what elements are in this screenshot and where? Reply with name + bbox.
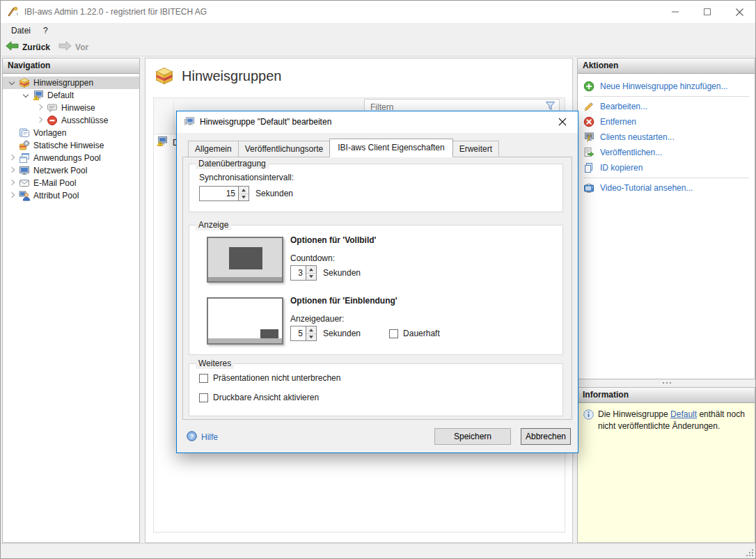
- countdown-value[interactable]: 3: [291, 266, 306, 280]
- nav-item-attribut-pool[interactable]: Attribut Pool: [3, 189, 139, 202]
- chevron-expanded-icon[interactable]: [21, 90, 32, 101]
- action-bearbeiten[interactable]: Bearbeiten...: [578, 99, 755, 114]
- help-link[interactable]: ? Hilfe: [187, 431, 218, 443]
- vollbild-content-rect: [229, 247, 262, 269]
- countdown-label: Countdown:: [290, 253, 335, 263]
- nav-item-hinweisgruppen[interactable]: Hinweisgruppen: [3, 77, 139, 89]
- tab-ibi-aws-client-eigenschaften[interactable]: IBI-aws Client Eigenschaften: [329, 139, 452, 157]
- dialog-title: Hinweisgruppe "Default" bearbeiten: [200, 111, 331, 133]
- panel-splitter[interactable]: [577, 379, 755, 387]
- action-video-tutorial[interactable]: Video-Tutorial ansehen...: [578, 180, 755, 196]
- chevron-collapsed-icon[interactable]: [35, 115, 46, 126]
- info-default-link[interactable]: Default: [670, 409, 697, 419]
- forward-button[interactable]: Vor: [58, 41, 88, 53]
- spin-down-icon[interactable]: [239, 194, 249, 201]
- group-datenuebertragung: Datenübertragung Synchronisationsinterva…: [189, 164, 563, 212]
- dauerhaft-checkbox[interactable]: [389, 329, 398, 338]
- information-message: Die Hinweisgruppe Default enthält noch n…: [598, 409, 749, 432]
- sync-interval-spinner: 15: [199, 186, 249, 201]
- action-id-kopieren[interactable]: ID kopieren: [578, 160, 755, 175]
- einblendung-preview-image: [207, 297, 283, 345]
- druckbare-ansicht-label: Druckbare Ansicht aktivieren: [213, 393, 319, 402]
- nav-item-statische-hinweise[interactable]: Statische Hinweise: [3, 139, 139, 152]
- edit-hinweisgruppe-dialog: Hinweisgruppe "Default" bearbeiten Allge…: [176, 111, 578, 453]
- action-new-hinweisgruppe[interactable]: Neue Hinweisgruppe hinzufügen...: [578, 79, 755, 94]
- information-header: Information: [578, 388, 755, 403]
- countdown-spinner: 3: [290, 265, 317, 281]
- information-panel: Information Die Hinweisgruppe Default en…: [577, 387, 755, 543]
- druckbare-ansicht-checkbox-row: Druckbare Ansicht aktivieren: [199, 393, 319, 402]
- back-arrow-icon: [6, 41, 19, 53]
- nav-item-vorlagen[interactable]: Vorlagen: [3, 127, 139, 139]
- praesentationen-checkbox[interactable]: [199, 374, 208, 383]
- window-title: IBI-aws Admin 1.22.0 - registriert für I…: [24, 1, 207, 23]
- save-button[interactable]: Speichern: [434, 428, 511, 445]
- praesentationen-label: Präsentationen nicht unterbrechen: [213, 373, 340, 383]
- vollbild-preview-image: [207, 237, 283, 283]
- chevron-spacer: [7, 127, 18, 139]
- actions-list: Neue Hinweisgruppe hinzufügen... Bearbei…: [578, 74, 755, 196]
- spin-down-icon[interactable]: [306, 274, 316, 281]
- help-icon: ?: [187, 431, 197, 443]
- action-label: Entfernen: [600, 117, 636, 127]
- titlebar: IBI-aws Admin 1.22.0 - registriert für I…: [1, 1, 755, 23]
- nav-item-hinweise[interactable]: Hinweise: [3, 102, 139, 114]
- chevron-expanded-icon[interactable]: [7, 77, 18, 88]
- nav-item-label: Anwendungs Pool: [33, 153, 101, 163]
- action-label: Clients neustarten...: [600, 132, 675, 142]
- network-monitor-icon: [19, 165, 30, 176]
- back-button[interactable]: Zurück: [6, 41, 50, 53]
- cancel-button[interactable]: Abbrechen: [521, 428, 571, 445]
- action-clients-neustarten[interactable]: Clients neustarten...: [578, 129, 755, 145]
- spin-up-icon[interactable]: [306, 326, 316, 334]
- chevron-collapsed-icon[interactable]: [7, 178, 18, 189]
- chevron-collapsed-icon[interactable]: [7, 152, 18, 164]
- action-veroeffentlichen[interactable]: Veröffentlichen...: [578, 145, 755, 160]
- einblendung-notification-rect: [260, 329, 278, 338]
- close-button[interactable]: [723, 1, 755, 23]
- minimize-button[interactable]: [659, 1, 691, 23]
- nav-item-anwendungs-pool[interactable]: Anwendungs Pool: [3, 152, 139, 164]
- publish-arrow-icon: [583, 147, 594, 158]
- group-anzeige: Anzeige Optionen für 'Vollbild' Countdow…: [189, 225, 563, 355]
- nav-item-label: Default: [47, 90, 74, 100]
- spin-down-icon[interactable]: [306, 334, 316, 341]
- maximize-button[interactable]: [691, 1, 723, 23]
- pencil-icon: [583, 101, 594, 112]
- nav-item-label: Hinweise: [61, 103, 95, 113]
- nav-item-label: Vorlagen: [33, 128, 66, 138]
- nav-item-email-pool[interactable]: E-Mail Pool: [3, 177, 139, 189]
- chevron-collapsed-icon[interactable]: [7, 165, 18, 176]
- anzeigedauer-value[interactable]: 5: [291, 326, 306, 340]
- tab-erweitert[interactable]: Erweitert: [452, 141, 499, 157]
- chevron-collapsed-icon[interactable]: [7, 190, 18, 201]
- spin-up-icon[interactable]: [306, 266, 316, 274]
- menu-help[interactable]: ?: [37, 23, 54, 38]
- group-datenuebertragung-label: Datenübertragung: [196, 159, 269, 169]
- menu-datei[interactable]: Datei: [5, 23, 37, 38]
- action-label: Neue Hinweisgruppe hinzufügen...: [600, 81, 727, 91]
- restart-clients-icon: [583, 132, 594, 143]
- person-icon: [19, 190, 30, 201]
- group-weiteres-label: Weiteres: [196, 359, 234, 369]
- chevron-spacer: [7, 140, 18, 151]
- resize-grip-icon[interactable]: [745, 548, 753, 556]
- information-body: Die Hinweisgruppe Default enthält noch n…: [578, 403, 755, 542]
- app-window: IBI-aws Admin 1.22.0 - registriert für I…: [0, 0, 756, 559]
- nav-item-netzwerk-pool[interactable]: Netzwerk Pool: [3, 164, 139, 177]
- sync-interval-value[interactable]: 15: [200, 187, 238, 200]
- dialog-close-icon[interactable]: [546, 111, 578, 132]
- druckbare-ansicht-checkbox[interactable]: [199, 393, 208, 402]
- help-label: Hilfe: [201, 432, 218, 442]
- tab-allgemein[interactable]: Allgemein: [188, 141, 239, 157]
- action-entfernen[interactable]: Entfernen: [578, 114, 755, 129]
- group-anzeige-label: Anzeige: [196, 220, 231, 230]
- tab-veroeffentlichungsorte[interactable]: Veröffentlichungsorte: [238, 141, 331, 157]
- nav-item-ausschluesse[interactable]: Ausschlüsse: [3, 114, 139, 127]
- nav-item-default[interactable]: Default: [3, 89, 139, 102]
- copy-icon: [583, 162, 594, 173]
- app-windows-icon: [19, 152, 30, 164]
- spin-up-icon[interactable]: [239, 187, 249, 194]
- tab-page-client-eigenschaften: Datenübertragung Synchronisationsinterva…: [182, 157, 572, 420]
- chevron-collapsed-icon[interactable]: [35, 102, 46, 113]
